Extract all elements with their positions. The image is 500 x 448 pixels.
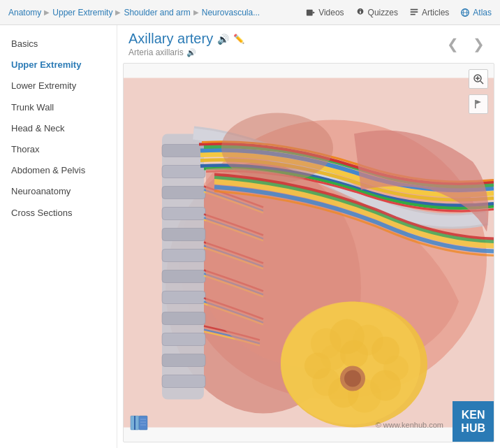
book-button[interactable] — [129, 413, 150, 436]
svg-line-42 — [480, 81, 483, 84]
sidebar-item-head-neck[interactable]: Head & Neck — [0, 118, 117, 139]
title-bar: Axillary artery 🔊 ✏️ Arteria axillaris 🔊… — [117, 25, 500, 60]
sidebar-item-lower-extremity[interactable]: Lower Extremity — [0, 75, 117, 96]
sidebar-item-upper-extremity[interactable]: Upper Extremity — [0, 55, 117, 75]
prev-button[interactable]: ❮ — [443, 34, 463, 54]
flag-icon — [473, 99, 483, 109]
sidebar-item-thorax[interactable]: Thorax — [0, 139, 117, 160]
header-nav: Videos Quizzes Articles Atlas — [306, 8, 492, 17]
svg-rect-21 — [162, 333, 205, 346]
image-area: © www.kenhub.com KEN HUB — [123, 63, 494, 442]
svg-rect-23 — [162, 375, 205, 388]
sep1: ▶ — [44, 8, 50, 16]
title-subtitle: Arteria axillaris 🔊 — [128, 48, 244, 57]
next-button[interactable]: ❯ — [469, 34, 489, 54]
nav-quizzes-label: Quizzes — [368, 8, 398, 17]
svg-rect-45 — [475, 100, 476, 108]
subtitle-sound-icon[interactable]: 🔊 — [186, 48, 196, 57]
svg-marker-1 — [313, 11, 316, 14]
page-title: Axillary artery — [128, 31, 213, 47]
svg-rect-0 — [307, 9, 313, 15]
content-area: Axillary artery 🔊 ✏️ Arteria axillaris 🔊… — [117, 25, 500, 448]
svg-rect-22 — [162, 354, 205, 367]
breadcrumb-anatomy[interactable]: Anatomy — [8, 8, 41, 17]
nav-quizzes[interactable]: Quizzes — [355, 8, 398, 17]
nav-videos-label: Videos — [318, 8, 344, 17]
breadcrumb: Anatomy ▶ Upper Extremity ▶ Shoulder and… — [8, 8, 306, 17]
title-main: Axillary artery 🔊 ✏️ — [128, 31, 244, 47]
title-right: ❮ ❯ — [443, 34, 489, 54]
header: Anatomy ▶ Upper Extremity ▶ Shoulder and… — [0, 0, 500, 25]
svg-rect-12 — [162, 145, 205, 157]
zoom-icon — [473, 73, 484, 85]
rib-cage — [162, 134, 205, 400]
anatomy-illustration — [124, 64, 494, 442]
edit-button[interactable]: ✏️ — [233, 34, 244, 44]
sidebar-item-trunk-wall[interactable]: Trunk Wall — [0, 97, 117, 118]
svg-rect-18 — [162, 270, 205, 283]
title-left: Axillary artery 🔊 ✏️ Arteria axillaris 🔊 — [128, 31, 244, 57]
svg-rect-48 — [134, 416, 135, 430]
svg-rect-17 — [162, 250, 205, 262]
breadcrumb-upper-extremity[interactable]: Upper Extremity — [52, 8, 112, 17]
quiz-icon — [355, 8, 365, 17]
video-icon — [306, 8, 316, 17]
sound-button[interactable]: 🔊 — [217, 34, 229, 45]
nav-atlas-label: Atlas — [473, 8, 492, 17]
kenhub-badge: KEN HUB — [453, 401, 494, 442]
svg-point-40 — [221, 113, 333, 183]
main-layout: Basics Upper Extremity Lower Extremity T… — [0, 25, 500, 448]
nav-articles[interactable]: Articles — [409, 8, 449, 17]
sidebar-item-neuroanatomy[interactable]: Neuroanatomy — [0, 181, 117, 202]
svg-rect-20 — [162, 312, 205, 325]
kenhub-line2: HUB — [461, 421, 485, 435]
sidebar-item-cross-sections[interactable]: Cross Sections — [0, 203, 117, 224]
nav-videos[interactable]: Videos — [306, 8, 344, 17]
svg-rect-4 — [411, 13, 416, 15]
svg-rect-13 — [162, 166, 205, 178]
svg-rect-19 — [162, 291, 205, 304]
svg-rect-3 — [411, 11, 418, 13]
sidebar-item-basics[interactable]: Basics — [0, 34, 117, 55]
svg-point-39 — [344, 370, 361, 387]
sep3: ▶ — [193, 8, 199, 16]
flag-button[interactable] — [469, 94, 488, 114]
svg-rect-14 — [162, 187, 205, 199]
svg-rect-47 — [139, 416, 147, 430]
book-icon — [129, 413, 150, 434]
kenhub-line1: KEN — [461, 408, 485, 421]
atlas-icon — [460, 8, 470, 17]
zoom-button[interactable] — [469, 69, 488, 89]
svg-point-37 — [340, 340, 368, 368]
breadcrumb-neuro[interactable]: Neurovascula... — [202, 8, 260, 17]
breadcrumb-shoulder[interactable]: Shoulder and arm — [124, 8, 190, 17]
svg-rect-15 — [162, 208, 205, 220]
svg-rect-2 — [411, 8, 418, 10]
sidebar: Basics Upper Extremity Lower Extremity T… — [0, 25, 117, 448]
nav-articles-label: Articles — [422, 8, 449, 17]
sep2: ▶ — [115, 8, 121, 16]
nav-atlas[interactable]: Atlas — [460, 8, 492, 17]
subtitle-text: Arteria axillaris — [128, 48, 184, 57]
sidebar-item-abdomen-pelvis[interactable]: Abdomen & Pelvis — [0, 160, 117, 181]
watermark: © www.kenhub.com — [376, 421, 443, 429]
articles-icon — [409, 8, 419, 17]
svg-rect-16 — [162, 229, 205, 241]
